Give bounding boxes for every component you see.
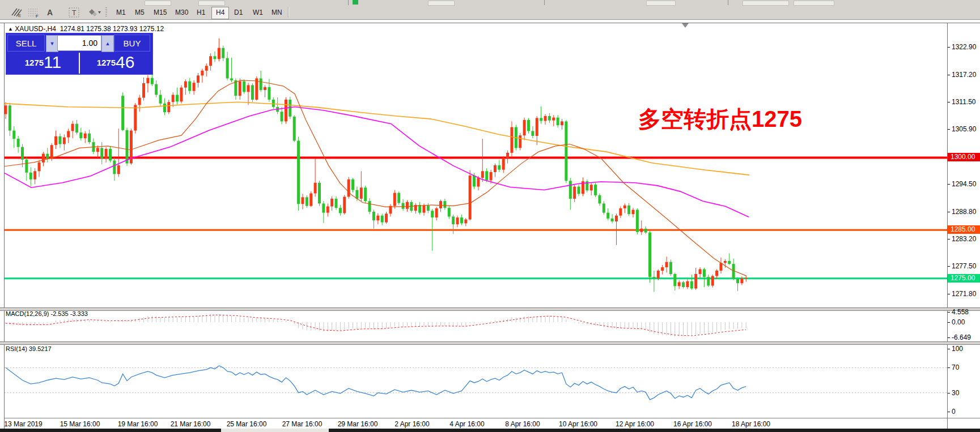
grid-properties-icon[interactable]: F	[20, 7, 34, 18]
time-axis-label: 25 Mar 16:00	[218, 420, 275, 428]
candle-body	[619, 208, 622, 216]
price-axis-tick	[948, 102, 950, 102]
toolbar-drag-handle[interactable]	[105, 7, 107, 18]
candle-body	[9, 105, 11, 130]
candle-body	[239, 82, 241, 96]
candle-body	[719, 263, 722, 271]
price-axis-label: 1283.20	[952, 235, 976, 243]
candle-body	[406, 202, 409, 209]
candle-body	[393, 193, 396, 206]
candle-body	[561, 121, 563, 125]
timeframe-button-w1[interactable]: W1	[249, 7, 267, 18]
candle-body	[418, 205, 421, 213]
moving-average-line	[5, 80, 746, 276]
candle-body	[335, 199, 338, 208]
candle-body	[172, 95, 175, 102]
candle-body	[109, 149, 112, 160]
time-axis-label: 4 Apr 16:00	[439, 420, 495, 428]
indicators-draw-icon[interactable]: E	[3, 7, 17, 18]
candle-body	[322, 203, 325, 212]
candle-body	[226, 58, 229, 79]
macd-panel-canvas[interactable]	[5, 310, 947, 341]
candle-body	[293, 117, 296, 141]
text-box-icon[interactable]: T	[61, 7, 75, 18]
time-axis-label: 12 Apr 16:00	[606, 420, 663, 428]
candle-body	[355, 190, 358, 199]
rsi-axis-tick	[948, 367, 950, 368]
candle-body	[339, 208, 342, 213]
candle-body	[29, 173, 32, 179]
price-axis-tick	[948, 294, 950, 294]
candle-body	[318, 183, 321, 204]
rsi-axis-tick	[948, 349, 950, 349]
candle-body	[590, 185, 593, 190]
chart-text-annotation[interactable]: 多空转折点1275	[638, 104, 802, 135]
candle-body	[343, 196, 346, 213]
text-label-icon[interactable]: A	[43, 7, 57, 18]
candle-body	[75, 124, 78, 132]
time-axis-label: 15 Mar 16:00	[52, 420, 108, 428]
candle-body	[330, 199, 333, 207]
timeframe-button-d1[interactable]: D1	[230, 7, 247, 18]
candle-body	[376, 216, 379, 221]
price-axis-tick	[948, 75, 950, 75]
candle-body	[38, 162, 41, 171]
price-axis-label: 1294.50	[952, 180, 976, 188]
candle-body	[247, 85, 250, 92]
candle-body	[640, 229, 643, 232]
rsi-panel-canvas[interactable]	[5, 344, 947, 417]
candle-body	[285, 100, 287, 121]
cycle-lines-icon[interactable]	[80, 7, 94, 18]
timeframe-button-h1[interactable]: H1	[193, 7, 209, 18]
timeframe-button-h4[interactable]: H4	[211, 7, 229, 19]
timeframe-button-m30[interactable]: M30	[171, 7, 192, 18]
svg-text:F: F	[36, 14, 39, 18]
candle-body	[673, 274, 676, 286]
candle-body	[715, 271, 718, 276]
rsi-axis-tick	[948, 412, 950, 412]
main-chart-canvas[interactable]	[5, 23, 947, 307]
candle-body	[71, 124, 74, 131]
candle-body	[519, 135, 521, 148]
candle-body	[88, 134, 91, 142]
time-axis-label: 18 Apr 16:00	[723, 420, 779, 428]
macd-axis-tick	[948, 337, 950, 338]
timeframe-button-mn[interactable]: MN	[268, 7, 286, 18]
timeframe-button-m15[interactable]: M15	[150, 7, 171, 18]
candle-body	[565, 121, 567, 181]
candle-body	[502, 158, 505, 169]
candle-body	[548, 116, 551, 121]
candle-body	[745, 278, 748, 279]
candle-body	[364, 187, 367, 201]
rsi-axis-tick	[948, 393, 950, 393]
candle-body	[481, 171, 484, 178]
candle-body	[657, 271, 660, 279]
candle-body	[510, 127, 513, 153]
toolbar-fragment	[428, 1, 455, 6]
price-level-badge: 1285.00	[948, 225, 980, 234]
candle-body	[736, 279, 739, 284]
toolbar-fragment	[353, 0, 358, 5]
candle-body	[431, 211, 434, 217]
candle-body	[96, 148, 99, 152]
price-axis-label: 1271.80	[952, 290, 976, 298]
time-axis-label: 19 Mar 16:00	[109, 420, 166, 428]
candle-body	[163, 104, 166, 112]
candle-body	[50, 145, 53, 159]
candle-body	[326, 207, 329, 213]
time-axis-label: 13 Mar 2019	[0, 420, 52, 428]
candle-body	[632, 210, 635, 215]
candle-body	[58, 136, 61, 144]
toolbar-separator	[288, 7, 289, 18]
candle-body	[42, 154, 45, 162]
candle-body	[297, 141, 300, 204]
candle-body	[205, 66, 208, 71]
timeframe-button-m5[interactable]: M5	[131, 7, 149, 18]
candle-body	[648, 233, 651, 277]
candle-body	[531, 131, 534, 136]
price-level-badge: 1275.00	[948, 274, 980, 283]
timeframe-button-m1[interactable]: M1	[112, 7, 130, 18]
candle-body	[536, 118, 538, 136]
candle-body	[740, 279, 743, 284]
candle-body	[5, 105, 7, 114]
